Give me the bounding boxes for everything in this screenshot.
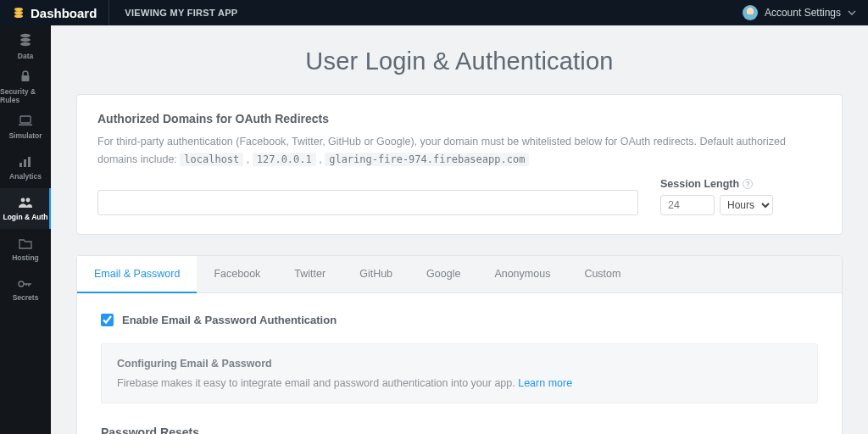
sidebar-label: Data [18, 52, 33, 60]
sidebar-label: Login & Auth [3, 213, 47, 221]
svg-point-2 [14, 14, 23, 18]
tab-github[interactable]: GitHub [342, 256, 409, 292]
svg-point-14 [19, 281, 24, 287]
default-domain-127: 127.0.0.1 [253, 153, 316, 166]
svg-rect-8 [19, 124, 32, 125]
sidebar-label: Analytics [9, 172, 42, 181]
tab-facebook[interactable]: Facebook [197, 256, 277, 292]
svg-rect-9 [19, 163, 22, 167]
oauth-description: For third-party authentication (Facebook… [97, 133, 821, 170]
sidebar-item-analytics[interactable]: Analytics [0, 147, 51, 188]
key-icon [18, 279, 33, 289]
users-icon [18, 197, 33, 209]
svg-point-13 [26, 198, 31, 202]
laptop-icon [18, 115, 33, 127]
session-length-label: Session Length [660, 178, 739, 190]
svg-point-12 [21, 198, 25, 202]
sidebar-label: Security & Rules [0, 87, 51, 104]
sidebar: Data Security & Rules Simulator Analytic… [0, 25, 51, 434]
sidebar-item-secrets[interactable]: Secrets [0, 270, 51, 310]
tab-custom[interactable]: Custom [567, 256, 637, 292]
lock-icon [19, 70, 32, 83]
sidebar-label: Simulator [8, 131, 42, 140]
configure-info-box: Configuring Email & Password Firebase ma… [101, 343, 818, 403]
logo-icon [12, 6, 25, 19]
svg-point-1 [14, 11, 23, 14]
sidebar-item-login-auth[interactable]: Login & Auth [0, 188, 51, 229]
oauth-heading: Authorized Domains for OAuth Redirects [97, 112, 821, 125]
session-length-input[interactable] [660, 195, 715, 215]
svg-point-5 [20, 42, 31, 45]
app-context-crumb[interactable]: VIEWING MY FIRST APP [108, 0, 253, 25]
default-domain-localhost: localhost [180, 153, 243, 166]
oauth-domain-input[interactable] [97, 190, 638, 215]
sidebar-item-security[interactable]: Security & Rules [0, 66, 51, 107]
auth-provider-tabs: Email & Password Facebook Twitter GitHub… [77, 256, 842, 293]
enable-email-password-checkbox[interactable] [101, 314, 114, 326]
tab-twitter[interactable]: Twitter [277, 256, 342, 292]
sidebar-item-data[interactable]: Data [0, 25, 51, 66]
password-resets-title: Password Resets [101, 426, 818, 435]
account-settings-label: Account Settings [765, 7, 841, 19]
brand-label: Dashboard [31, 6, 97, 20]
svg-point-4 [20, 37, 31, 41]
learn-more-link[interactable]: Learn more [518, 377, 572, 389]
svg-rect-10 [24, 159, 26, 167]
sidebar-label: Secrets [13, 293, 39, 302]
chevron-down-icon [848, 8, 856, 17]
sidebar-item-simulator[interactable]: Simulator [0, 107, 51, 147]
svg-rect-7 [20, 116, 31, 123]
tab-email-password[interactable]: Email & Password [77, 256, 197, 293]
svg-rect-6 [22, 75, 30, 81]
account-settings-menu[interactable]: Account Settings [743, 0, 868, 25]
sidebar-label: Hosting [12, 253, 39, 262]
svg-rect-11 [28, 157, 31, 167]
help-icon[interactable]: ? [743, 179, 753, 189]
default-domain-firebaseapp: glaring-fire-974.firebaseapp.com [325, 153, 529, 166]
tab-anonymous[interactable]: Anonymous [477, 256, 567, 292]
sidebar-item-hosting[interactable]: Hosting [0, 229, 51, 270]
svg-point-0 [14, 8, 23, 11]
database-icon [18, 32, 33, 47]
info-box-text: Firebase makes it easy to integrate emai… [117, 377, 518, 389]
enable-email-password-label: Enable Email & Password Authentication [122, 314, 337, 326]
brand[interactable]: Dashboard [0, 6, 108, 20]
page-title: User Login & Authentication [51, 47, 868, 75]
info-box-title: Configuring Email & Password [117, 358, 802, 370]
avatar-icon [743, 5, 758, 20]
session-unit-select[interactable]: Hours [720, 195, 773, 215]
tab-google[interactable]: Google [409, 256, 477, 292]
bar-chart-icon [19, 156, 32, 168]
folder-icon [19, 237, 32, 249]
svg-point-3 [20, 33, 31, 36]
